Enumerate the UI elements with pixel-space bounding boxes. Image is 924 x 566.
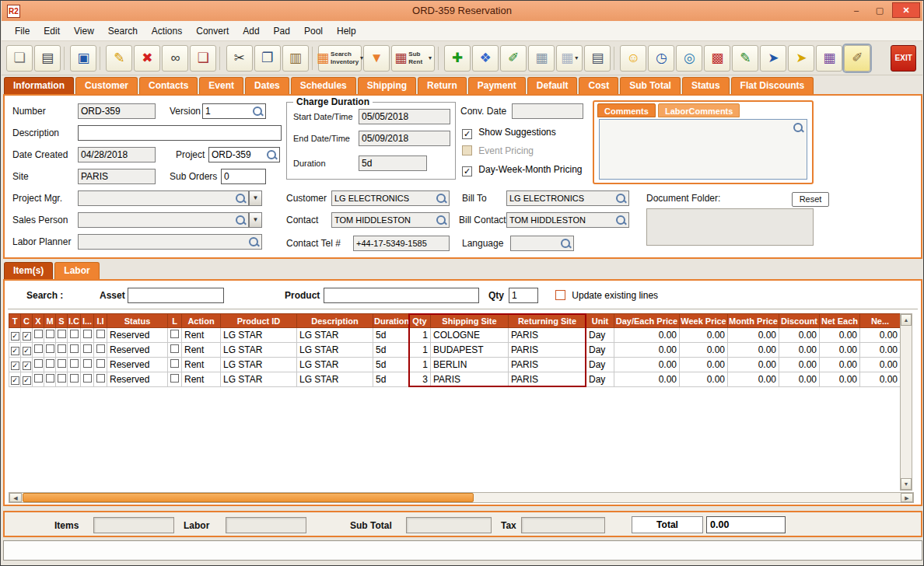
column-header-i-c[interactable]: I.C [68,314,81,328]
pool-box-button[interactable]: ▦ [816,45,842,72]
cell-returning-site[interactable]: PARIS [509,343,586,358]
customer-field[interactable]: LG ELECTRONICS [331,190,450,206]
cell-ne[interactable]: 0.00 [860,328,901,343]
row-checkbox[interactable] [83,344,92,353]
cell-returning-site[interactable]: PARIS [509,358,586,372]
row-checkbox[interactable] [58,330,66,338]
cell-checkbox[interactable]: ✓ [9,358,21,372]
cell-checkbox[interactable] [33,358,44,372]
menu-add[interactable]: Add [236,22,266,40]
cell-month-price[interactable]: 0.00 [728,358,779,372]
cell-checkbox[interactable]: ✓ [21,358,33,372]
tab-dates[interactable]: Dates [245,77,289,94]
row-checkbox[interactable] [170,330,179,338]
column-header-i[interactable]: I... [81,314,94,328]
cell-month-price[interactable]: 0.00 [728,343,779,358]
contact-search-icon[interactable] [436,215,447,226]
vertical-scrollbar[interactable]: ▲ ▼ [900,313,912,491]
row-checkbox[interactable] [46,359,54,368]
cell-duration[interactable]: 5d [373,372,409,387]
menu-pad[interactable]: Pad [267,22,297,40]
cell-checkbox[interactable] [68,358,81,372]
copy-button[interactable]: ❐ [254,45,281,72]
reset-button[interactable]: Reset [792,192,829,207]
notes-edit-button[interactable]: ✎ [732,45,758,72]
column-header-s[interactable]: S [56,314,68,328]
table-row[interactable]: ✓✓ReservedRentLG STARLG STAR5d3PARISPARI… [9,372,901,387]
cell-product-id[interactable]: LG STAR [221,358,297,372]
tab-sub-total[interactable]: Sub Total [620,77,681,94]
binoculars-button[interactable]: ∞ [162,45,188,72]
search-inventory-button[interactable]: ▦Search Inventory▾ [318,45,362,72]
cell-checkbox[interactable] [168,328,182,343]
minimize-button[interactable]: – [845,2,867,18]
project-field[interactable]: ORD-359 [208,147,280,162]
row-checkbox[interactable]: ✓ [11,347,19,355]
menu-edit[interactable]: Edit [37,22,67,40]
row-checkbox[interactable]: ✓ [11,332,19,341]
number-field[interactable]: ORD-359 [78,103,156,119]
cell-status[interactable]: Reserved [107,328,168,343]
tab-status[interactable]: Status [682,77,730,94]
column-header-i-i[interactable]: I.I [94,314,107,328]
column-header-ne[interactable]: Ne... [860,314,901,328]
bill-contact-search-icon[interactable] [615,215,627,226]
row-checkbox[interactable] [34,359,43,368]
cell-day-each-price[interactable]: 0.00 [614,343,680,358]
customer-search-icon[interactable] [436,193,447,204]
cell-month-price[interactable]: 0.00 [728,372,779,387]
sub-orders-field[interactable]: 0 [221,169,266,184]
cell-qty[interactable]: 1 [409,343,431,358]
scroll-up-icon[interactable]: ▲ [901,314,912,326]
tab-information[interactable]: Information [4,77,74,94]
cell-unit[interactable]: Day [586,328,614,343]
cell-checkbox[interactable] [81,328,94,343]
cell-description[interactable]: LG STAR [297,328,373,343]
row-checkbox[interactable]: ✓ [11,376,19,385]
edit-pencil-button[interactable]: ✎ [106,45,132,72]
row-checkbox[interactable] [58,344,66,353]
row-checkbox[interactable] [170,344,179,353]
cell-checkbox[interactable]: ✓ [9,372,21,387]
cell-checkbox[interactable] [44,328,56,343]
cell-net-each[interactable]: 0.00 [820,358,860,372]
column-header-month-price[interactable]: Month Price [728,314,779,328]
cell-checkbox[interactable] [44,372,56,387]
column-header-week-price[interactable]: Week Price [680,314,728,328]
grid-menu-button[interactable]: ▦▾ [556,45,583,72]
column-header-l[interactable]: L [168,314,182,328]
cell-checkbox[interactable] [56,358,68,372]
cell-checkbox[interactable] [81,372,94,387]
cell-unit[interactable]: Day [586,358,614,372]
row-checkbox[interactable] [70,374,79,383]
menu-actions[interactable]: Actions [145,22,189,40]
row-checkbox[interactable] [96,344,105,353]
cell-returning-site[interactable]: PARIS [509,372,586,387]
cell-month-price[interactable]: 0.00 [728,328,779,343]
scroll-left-icon[interactable]: ◀ [9,493,22,502]
cell-checkbox[interactable] [33,343,44,358]
qty-input[interactable]: 1 [509,288,538,303]
menu-convert[interactable]: Convert [189,22,236,40]
cell-discount[interactable]: 0.00 [779,372,820,387]
add-button[interactable]: ✚ [444,45,471,72]
labor-planner-search-icon[interactable] [248,236,260,248]
cell-status[interactable]: Reserved [107,372,168,387]
cell-status[interactable]: Reserved [107,343,168,358]
tab-flat-discounts[interactable]: Flat Discounts [731,77,814,94]
show-suggestions-checkbox[interactable]: ✓ [462,129,472,139]
column-header-action[interactable]: Action [182,314,221,328]
menu-pool[interactable]: Pool [297,22,330,40]
row-checkbox[interactable]: ✓ [23,347,31,355]
cell-duration[interactable]: 5d [373,343,409,358]
project-mgr-field[interactable] [78,190,249,206]
language-field[interactable] [510,236,574,251]
conv-date-field[interactable] [512,103,583,119]
print-button[interactable]: ▤ [34,45,61,72]
cell-description[interactable]: LG STAR [297,343,373,358]
cell-net-each[interactable]: 0.00 [820,328,860,343]
sub-rent-button[interactable]: ▦Sub Rent▾ [391,45,435,72]
cell-unit[interactable]: Day [586,372,614,387]
cell-day-each-price[interactable]: 0.00 [614,372,680,387]
cell-checkbox[interactable] [56,372,68,387]
